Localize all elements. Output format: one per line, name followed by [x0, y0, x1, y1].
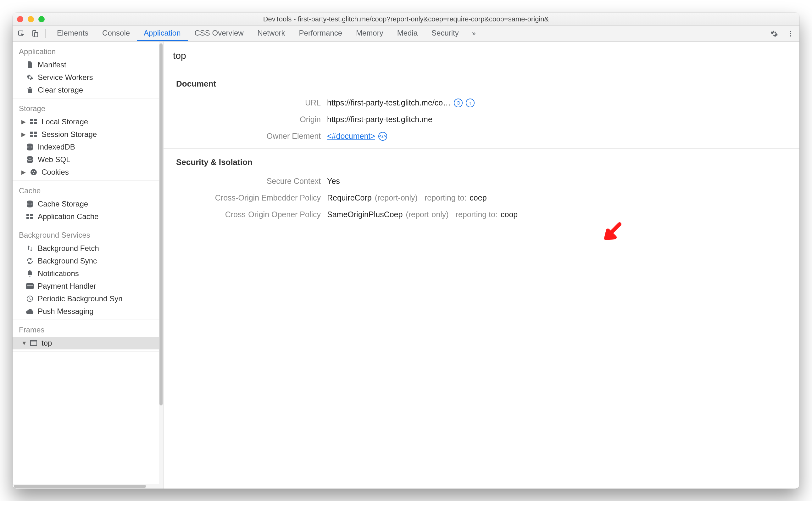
owner-link[interactable]: <#document> [327, 131, 375, 141]
sidebar-item-manifest[interactable]: Manifest [13, 58, 163, 71]
frame-icon [30, 339, 38, 347]
inspect-element-icon[interactable] [16, 28, 27, 39]
coop-badge-icon[interactable]: ⊖ [454, 99, 463, 107]
chevron-right-icon[interactable]: ▶ [21, 118, 26, 125]
sidebar-item-session-storage[interactable]: ▶Session Storage [13, 128, 163, 141]
tab-media[interactable]: Media [390, 26, 424, 41]
sidebar-content: ApplicationManifestService WorkersClear … [13, 42, 163, 352]
file-icon [26, 61, 34, 69]
sidebar-item-background-sync[interactable]: Background Sync [13, 255, 163, 267]
coop-report-label: reporting to: [456, 210, 497, 219]
sidebar-item-label: Service Workers [38, 73, 93, 82]
chevron-down-icon[interactable]: ▼ [21, 340, 26, 347]
origin-value: https://first-party-test.glitch.me [327, 115, 432, 124]
sidebar-item-indexeddb[interactable]: IndexedDB [13, 141, 163, 153]
sidebar-item-service-workers[interactable]: Service Workers [13, 71, 163, 84]
more-tabs-icon[interactable]: » [468, 28, 480, 39]
svg-rect-12 [30, 135, 33, 137]
svg-rect-31 [30, 340, 37, 346]
traffic-lights [17, 16, 45, 22]
sidebar-item-web-sql[interactable]: Web SQL [13, 153, 163, 166]
sidebar-item-top[interactable]: ▼top [13, 337, 163, 349]
sidebar-hscrollbar-thumb[interactable] [14, 485, 146, 488]
coep-mode: (report-only) [375, 193, 418, 202]
tab-memory[interactable]: Memory [349, 26, 390, 41]
main-title: top [163, 42, 799, 70]
coep-row: Cross-Origin Embedder Policy RequireCorp… [176, 190, 787, 206]
device-toolbar-icon[interactable] [30, 28, 41, 39]
window-title: DevTools - first-party-test.glitch.me/co… [13, 15, 799, 23]
sidebar-group-storage: Storage▶Local Storage▶Session StorageInd… [13, 99, 163, 181]
tab-performance[interactable]: Performance [292, 26, 349, 41]
db-icon [26, 155, 34, 164]
svg-rect-25 [30, 214, 33, 216]
sidebar-item-notifications[interactable]: Notifications [13, 267, 163, 280]
sidebar: ApplicationManifestService WorkersClear … [13, 42, 163, 489]
chevron-right-icon[interactable]: ▶ [21, 131, 26, 138]
coep-report-value: coep [469, 193, 487, 202]
sidebar-item-background-fetch[interactable]: Background Fetch [13, 242, 163, 255]
sidebar-hscrollbar[interactable] [13, 484, 163, 489]
settings-icon[interactable] [769, 28, 780, 39]
close-button[interactable] [17, 16, 23, 22]
sidebar-item-local-storage[interactable]: ▶Local Storage [13, 115, 163, 128]
coep-report-label: reporting to: [424, 193, 466, 202]
sidebar-item-label: Cache Storage [38, 199, 88, 208]
maximize-button[interactable] [38, 16, 45, 22]
coop-mode: (report-only) [406, 210, 448, 219]
svg-rect-7 [34, 119, 37, 121]
sidebar-item-cache-storage[interactable]: Cache Storage [13, 198, 163, 210]
panel-tabs: ElementsConsoleApplicationCSS OverviewNe… [50, 26, 466, 41]
tab-network[interactable]: Network [251, 26, 292, 41]
sidebar-item-application-cache[interactable]: Application Cache [13, 210, 163, 223]
sidebar-scrollbar-thumb[interactable] [159, 43, 163, 405]
devtools-window: DevTools - first-party-test.glitch.me/co… [13, 13, 799, 489]
tab-console[interactable]: Console [95, 26, 137, 41]
url-row: URL https://first-party-test.glitch.me/c… [176, 95, 787, 111]
svg-rect-6 [30, 119, 33, 121]
svg-rect-8 [30, 122, 33, 124]
tab-security[interactable]: Security [424, 26, 466, 41]
svg-rect-27 [30, 217, 33, 219]
url-value: https://first-party-test.glitch.me/co… [327, 98, 451, 107]
reveal-element-icon[interactable]: </> [378, 132, 387, 141]
document-section: Document URL https://first-party-test.gl… [163, 70, 799, 149]
sidebar-item-clear-storage[interactable]: Clear storage [13, 84, 163, 96]
sidebar-item-label: Manifest [38, 60, 66, 69]
minimize-button[interactable] [28, 16, 34, 22]
owner-row: Owner Element <#document> </> [176, 128, 787, 144]
secure-context-value: Yes [327, 177, 340, 186]
tab-css-overview[interactable]: CSS Overview [188, 26, 251, 41]
sidebar-group-header: Background Services [13, 228, 163, 242]
sidebar-group-header: Storage [13, 102, 163, 115]
svg-rect-9 [34, 122, 37, 124]
coop-row: Cross-Origin Opener Policy SameOriginPlu… [176, 206, 787, 223]
svg-point-18 [30, 169, 37, 175]
sidebar-item-payment-handler[interactable]: Payment Handler [13, 280, 163, 292]
sidebar-item-label: Application Cache [38, 212, 99, 221]
coep-badge-icon[interactable]: ↕ [466, 99, 475, 107]
sidebar-item-cookies[interactable]: ▶Cookies [13, 166, 163, 179]
trash-icon [26, 86, 34, 94]
svg-point-3 [790, 31, 791, 32]
sidebar-group-cache: CacheCache StorageApplication Cache [13, 181, 163, 225]
sidebar-item-label: Payment Handler [38, 282, 96, 291]
db-icon [26, 200, 34, 208]
sidebar-item-label: Push Messaging [38, 307, 93, 316]
document-section-title: Document [176, 79, 787, 89]
sidebar-item-label: Cookies [42, 168, 69, 177]
tab-application[interactable]: Application [137, 26, 187, 41]
sidebar-item-push-messaging[interactable]: Push Messaging [13, 305, 163, 318]
coep-label: Cross-Origin Embedder Policy [176, 193, 327, 202]
kebab-menu-icon[interactable] [785, 28, 796, 39]
url-label: URL [176, 98, 327, 107]
sidebar-scrollbar[interactable] [159, 42, 163, 489]
tab-elements[interactable]: Elements [50, 26, 95, 41]
sidebar-item-label: Session Storage [42, 130, 97, 139]
origin-row: Origin https://first-party-test.glitch.m… [176, 111, 787, 128]
chevron-right-icon[interactable]: ▶ [21, 169, 26, 176]
sidebar-item-periodic-background-syn[interactable]: Periodic Background Syn [13, 292, 163, 305]
clock-icon [26, 295, 34, 303]
sidebar-group-header: Cache [13, 184, 163, 198]
coop-label: Cross-Origin Opener Policy [176, 210, 327, 219]
